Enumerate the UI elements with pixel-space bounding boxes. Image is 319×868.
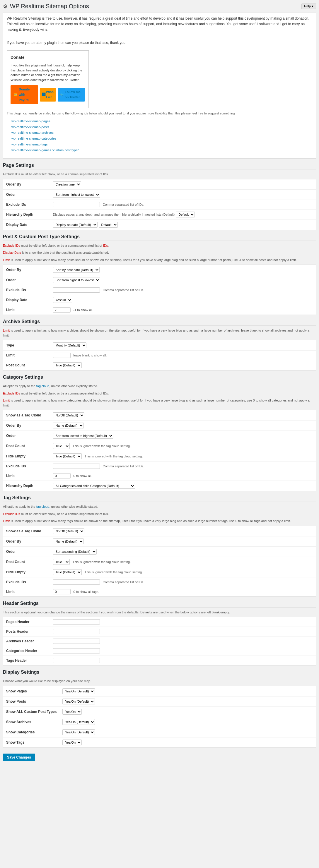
table-row: Show Posts Yes/On (Default) No/Off <box>3 696 316 707</box>
field-label: Categories Header <box>3 646 50 656</box>
cat-exclude-ids-input[interactable] <box>53 464 100 469</box>
table-row: Exclude IDs Comma separated list of IDs. <box>3 462 316 471</box>
tag-hide-empty-note: This is ignored with the tag cloud setti… <box>85 570 143 574</box>
display-settings-note: Choose what you would like to be display… <box>3 679 316 684</box>
display-date-row: Display no date (Default) Yes/On Default <box>53 222 313 228</box>
field-label: Limit <box>3 471 50 481</box>
tag-post-count-row: True False This is ignored with the tag … <box>53 559 313 565</box>
cat-hide-empty-select[interactable]: True (Default) False <box>53 453 82 459</box>
cat-order-by-select[interactable]: Name (Default) ID Count <box>53 423 84 428</box>
tag-order-select[interactable]: Sort ascending (Default) Sort descending <box>53 549 97 555</box>
cat-limit-input[interactable] <box>53 473 70 478</box>
page-hierarchy-depth-select[interactable]: Default <box>176 212 195 217</box>
page-display-date-select[interactable]: Display no date (Default) Yes/On <box>53 222 97 228</box>
post-display-date-select[interactable]: Yes/On No/Off <box>53 297 72 303</box>
display-show-categories-select[interactable]: Yes/On (Default) No/Off <box>62 729 95 735</box>
cat-post-count-select[interactable]: True False <box>53 443 70 449</box>
post-settings-title: Post & Custom Post Type Settings <box>3 234 316 241</box>
cat-hide-empty-row: True (Default) False This is ignored wit… <box>53 453 313 459</box>
wp-icon: ⚙ <box>3 3 8 10</box>
wishlist-button[interactable]: 🅰 Wish List <box>40 88 56 101</box>
post-order-select[interactable]: Sort from highest to lowest Sort from lo… <box>53 277 100 283</box>
header-settings-title: Header Settings <box>3 601 316 608</box>
cat-hierarchy-depth-select[interactable]: All Categories and child Categories (Def… <box>53 483 135 489</box>
table-row: Archives Header <box>3 637 316 646</box>
post-limit-note: Limit is used to apply a limit as to how… <box>3 257 316 262</box>
table-row: Order By Name (Default) ID Count <box>3 421 316 431</box>
tag-tag-cloud-select[interactable]: No/Off (Default) Yes/On <box>53 528 84 534</box>
display-show-pages-select[interactable]: Yes/On (Default) No/Off <box>62 688 95 694</box>
categories-header-input[interactable] <box>53 648 100 653</box>
donate-paypal-button[interactable]: 💳 Donate with PayPal <box>10 85 38 104</box>
display-show-archives-select[interactable]: Yes/On (Default) No/Off <box>62 719 95 725</box>
tag-hide-empty-select[interactable]: True (Default) False <box>53 569 82 575</box>
tag-hide-empty-row: True (Default) False This is ignored wit… <box>53 569 313 575</box>
archive-type-select[interactable]: Monthly (Default) Yearly Daily <box>53 342 86 348</box>
post-order-by-select[interactable]: Sort by post date (Default) Title <box>53 267 99 273</box>
table-row: Show ALL Custom Post Types Yes/On No/Off <box>3 707 316 717</box>
table-row: Show Pages Yes/On (Default) No/Off <box>3 686 316 696</box>
archives-header-input[interactable] <box>53 639 100 644</box>
tag-settings-table: Show as a Tag Cloud No/Off (Default) Yes… <box>3 526 316 597</box>
field-label: Tags Header <box>3 656 50 665</box>
pages-header-input[interactable] <box>53 619 100 624</box>
field-label: Post Count <box>3 360 50 371</box>
tag-limit-input[interactable] <box>53 589 70 594</box>
table-row: Limit leave blank to show all. <box>3 350 316 360</box>
table-row: Limit 0 to show all. <box>3 471 316 481</box>
field-label: Order <box>3 189 50 199</box>
tag-order-by-select[interactable]: Name (Default) ID <box>53 538 84 544</box>
display-show-posts-select[interactable]: Yes/On (Default) No/Off <box>62 699 95 705</box>
page-order-by-select[interactable]: Creation time Title ID <box>53 181 81 187</box>
cat-tag-cloud-select[interactable]: No/Off (Default) Yes/On <box>53 412 84 418</box>
cat-limit-note: 0 to show all. <box>74 474 92 477</box>
donate-text: If you like this plugin and find it usef… <box>10 63 85 82</box>
field-label: Show Pages <box>3 686 60 696</box>
table-row: Order By Creation time Title ID <box>3 179 316 189</box>
table-row: Type Monthly (Default) Yearly Daily <box>3 340 316 350</box>
help-button[interactable]: Help ▾ <box>301 3 316 9</box>
table-row: Pages Header <box>3 617 316 627</box>
table-row: Hide Empty True (Default) False This is … <box>3 451 316 462</box>
table-row: Exclude IDs Comma separated list of IDs. <box>3 199 316 209</box>
list-item: wp-realtime-sitemap-categories <box>11 136 312 142</box>
post-exclude-ids-input[interactable] <box>53 287 100 293</box>
table-row: Hide Empty True (Default) False This is … <box>3 567 316 577</box>
donate-buttons: 💳 Donate with PayPal 🅰 Wish List 🐦 Follo… <box>10 85 85 104</box>
tag-limit-row: 0 to show all tags. <box>53 589 313 594</box>
tag-exclude-ids-input[interactable] <box>53 580 100 585</box>
post-exclude-note: Exclude IDs must be either left blank, o… <box>3 243 316 248</box>
display-show-tags-select[interactable]: Yes/On No/Off <box>62 740 82 745</box>
field-label: Exclude IDs <box>3 285 50 295</box>
archive-post-count-select[interactable]: True (Default) False <box>53 362 82 368</box>
table-row: Hierarchy Depth Displays pages at any de… <box>3 209 316 219</box>
cat-order-select[interactable]: Sort from lowest to highest (Default) So… <box>53 433 113 439</box>
display-settings-title: Display Settings <box>3 670 316 676</box>
exclude-ids-note: Comma separated list of IDs. <box>103 203 144 206</box>
posts-header-input[interactable] <box>53 629 100 634</box>
post-limit-row: -1 to show all. <box>53 307 313 313</box>
table-row: Display Date Yes/On No/Off <box>3 295 316 305</box>
table-row: Exclude IDs Comma separated list of IDs. <box>3 577 316 587</box>
table-row: Exclude IDs Comma separated list of IDs. <box>3 285 316 295</box>
tags-header-input[interactable] <box>53 658 100 663</box>
post-limit-input[interactable] <box>53 307 70 313</box>
exclude-ids-row: Comma separated list of IDs. <box>53 202 313 207</box>
tag-post-count-select[interactable]: True False <box>53 559 70 565</box>
save-button[interactable]: Save Changes <box>3 753 35 761</box>
archive-limit-input[interactable] <box>53 353 70 358</box>
table-row: Display Date Display no date (Default) Y… <box>3 219 316 230</box>
tag-post-count-note: This is ignored with the tag cloud setti… <box>72 560 131 564</box>
tag-note2: Exclude IDs must be either left blank, o… <box>3 512 316 517</box>
field-label: Order By <box>3 179 50 189</box>
twitter-button[interactable]: 🐦 Follow me on Twitter <box>58 88 85 101</box>
cat-exclude-ids-row: Comma separated list of IDs. <box>53 464 313 469</box>
cat-note2: Exclude IDs must be either left blank, o… <box>3 391 316 396</box>
display-show-custom-select[interactable]: Yes/On No/Off <box>62 709 82 715</box>
field-label: Display Date <box>3 219 50 230</box>
field-label: Show as a Tag Cloud <box>3 410 50 421</box>
field-label: Limit <box>3 587 50 596</box>
page-exclude-ids-input[interactable] <box>53 202 100 207</box>
page-display-date-format-select[interactable]: Default <box>99 222 118 228</box>
page-order-select[interactable]: Sort from highest to lowest Sort from lo… <box>53 192 100 197</box>
